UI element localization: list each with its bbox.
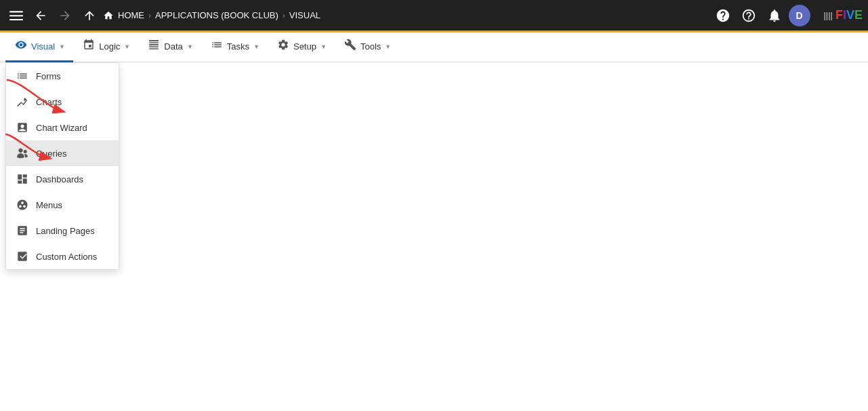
visual-nav-label: Visual [31, 41, 55, 52]
data-chevron: ▾ [188, 43, 192, 50]
breadcrumb-sep-1: › [148, 11, 151, 20]
notifications-icon[interactable] [763, 4, 786, 27]
home-breadcrumb[interactable]: HOME [103, 10, 144, 21]
tools-chevron: ▾ [386, 43, 390, 50]
support-icon[interactable] [711, 4, 735, 27]
svg-rect-5 [150, 44, 159, 45]
svg-rect-3 [150, 40, 159, 41]
nav-item-setup[interactable]: Setup ▾ [268, 33, 335, 62]
help-icon[interactable] [737, 4, 760, 27]
svg-rect-1 [9, 15, 23, 16]
topbar: HOME › APPLICATIONS (BOOK CLUB) › VISUAL… [0, 0, 868, 33]
tools-nav-icon [344, 39, 356, 54]
svg-rect-4 [150, 42, 159, 43]
data-nav-icon [148, 39, 160, 54]
setup-nav-label: Setup [293, 41, 316, 52]
logic-nav-label: Logic [99, 41, 120, 52]
logic-nav-icon [83, 39, 95, 54]
up-button[interactable] [79, 5, 100, 26]
forward-button[interactable] [54, 5, 76, 26]
svg-rect-2 [9, 19, 23, 20]
avatar[interactable]: D [789, 5, 810, 26]
setup-nav-icon [277, 39, 289, 54]
visual-nav-icon [15, 39, 27, 54]
tasks-nav-label: Tasks [227, 41, 249, 52]
breadcrumb-sep-2: › [283, 11, 285, 20]
svg-rect-0 [9, 11, 23, 12]
five-logo: |||| FIVE [824, 8, 863, 22]
nav-item-data[interactable]: Data ▾ [138, 33, 201, 62]
logic-chevron: ▾ [125, 43, 129, 50]
tools-nav-label: Tools [360, 41, 381, 52]
nav-item-logic[interactable]: Logic ▾ [73, 33, 138, 62]
visual-breadcrumb[interactable]: VISUAL [289, 10, 321, 20]
nav-item-visual[interactable]: Visual ▾ [5, 33, 73, 62]
secondary-nav: Visual ▾ Logic ▾ Data ▾ [0, 33, 868, 62]
data-nav-label: Data [164, 41, 182, 52]
app-breadcrumb[interactable]: APPLICATIONS (BOOK CLUB) [155, 10, 278, 20]
nav-item-tasks[interactable]: Tasks ▾ [201, 33, 268, 62]
tasks-nav-icon [211, 39, 223, 54]
topbar-right: D |||| FIVE [711, 4, 863, 27]
setup-chevron: ▾ [322, 43, 325, 50]
svg-rect-6 [150, 46, 159, 47]
tasks-chevron: ▾ [255, 43, 258, 50]
back-button[interactable] [30, 5, 51, 26]
breadcrumb: HOME › APPLICATIONS (BOOK CLUB) › VISUAL [103, 10, 709, 21]
visual-chevron: ▾ [60, 43, 64, 50]
nav-item-tools[interactable]: Tools ▾ [335, 33, 399, 62]
menu-icon[interactable] [5, 5, 27, 26]
